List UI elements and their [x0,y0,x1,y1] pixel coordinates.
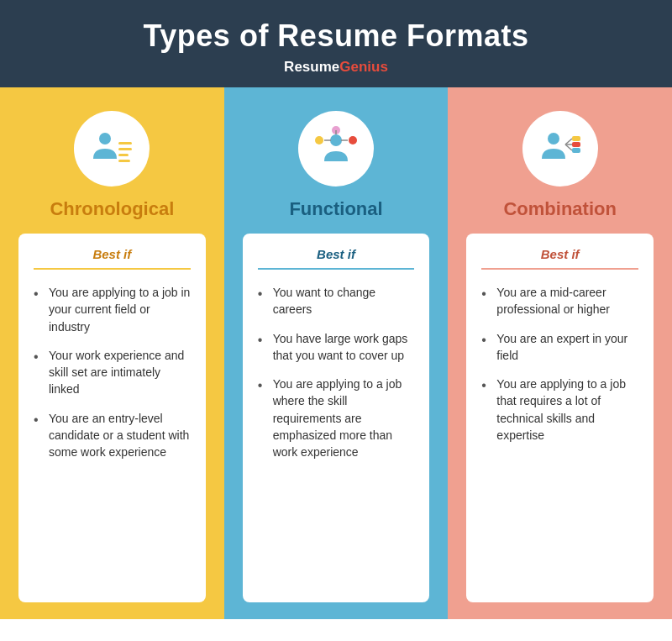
brand-resume: Resume [284,59,339,75]
functional-icon-circle [298,111,374,187]
functional-bullets: You want to change careers You have larg… [258,278,415,467]
combination-icon-circle [522,111,598,187]
list-item: You are applying to a job in your curren… [34,278,191,341]
svg-rect-18 [572,148,580,153]
svg-line-13 [565,139,572,144]
list-item: You are an expert in your field [481,324,638,370]
svg-point-5 [330,134,342,146]
list-item: You are applying to a job where the skil… [258,370,415,466]
svg-point-12 [548,133,559,144]
list-item: You are applying to a job that requires … [481,370,638,449]
combination-title: Combination [503,198,616,220]
svg-rect-2 [118,148,132,150]
list-item: You are an entry-level candidate or a st… [34,404,191,467]
svg-rect-1 [118,142,132,144]
functional-best-if: Best if [258,247,415,270]
chronological-bullets: You are applying to a job in your curren… [34,278,191,467]
chronological-card: Best if You are applying to a job in you… [18,234,206,602]
header: Types of Resume Formats ResumeGenius [0,0,672,87]
combination-icon [535,123,585,174]
functional-icon [311,123,361,174]
combination-card: Best if You are a mid-career professiona… [466,234,654,602]
list-item: You have large work gaps that you want t… [258,324,415,370]
column-chronological: Chronological Best if You are applying t… [0,87,224,619]
combination-bullets: You are a mid-career professional or hig… [481,278,638,449]
svg-line-15 [565,144,572,150]
brand-genius: Genius [339,59,388,75]
svg-point-6 [315,136,323,144]
list-item: Your work experience and skill set are i… [34,341,191,404]
svg-rect-17 [572,142,580,147]
list-item: You want to change careers [258,278,415,324]
list-item: You are a mid-career professional or hig… [481,278,638,324]
chronological-icon-circle [74,111,150,187]
chronological-best-if: Best if [34,247,191,270]
svg-point-0 [99,133,111,144]
functional-card: Best if You want to change careers You h… [243,234,430,602]
svg-point-7 [349,136,357,144]
svg-rect-4 [118,160,130,162]
svg-rect-16 [572,136,580,141]
combination-best-if: Best if [481,247,638,270]
page-title: Types of Resume Formats [17,18,655,54]
chronological-title: Chronological [50,198,174,220]
chronological-icon [87,123,137,174]
functional-title: Functional [289,198,382,220]
svg-rect-3 [118,154,129,156]
column-combination: Combination Best if You are a mid-career… [448,87,672,619]
column-functional: Functional Best if You want to change ca… [224,87,449,619]
